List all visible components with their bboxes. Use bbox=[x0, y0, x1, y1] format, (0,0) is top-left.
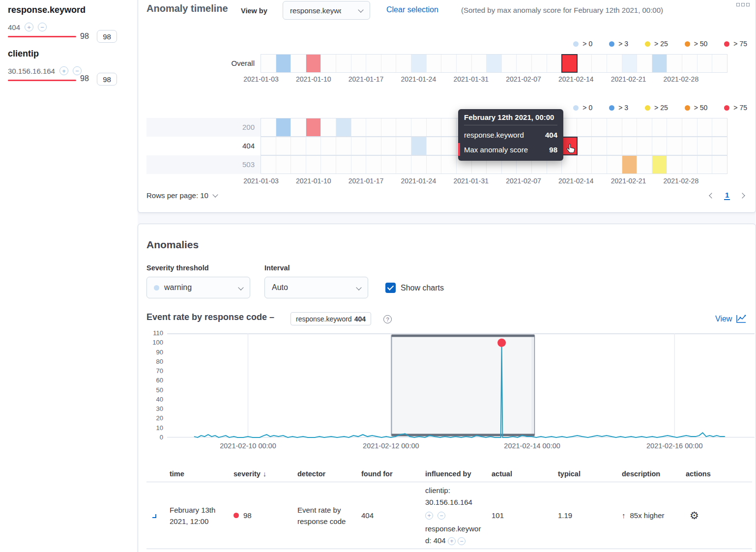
swimlane-cell[interactable] bbox=[652, 55, 668, 72]
swimlane-cell[interactable] bbox=[652, 118, 668, 136]
swimlane-cell[interactable] bbox=[712, 118, 727, 136]
interval-select[interactable]: Auto bbox=[264, 277, 368, 298]
column-header-detector[interactable]: detector bbox=[297, 470, 361, 478]
column-header-time[interactable]: time bbox=[170, 470, 233, 478]
add-filter-icon[interactable]: + bbox=[425, 512, 433, 520]
column-header-influenced-by[interactable]: influenced by bbox=[425, 470, 492, 478]
swimlane-cell[interactable] bbox=[411, 156, 427, 174]
swimlane-row-label[interactable]: 503 bbox=[146, 155, 261, 174]
swimlane-cell[interactable] bbox=[396, 156, 411, 174]
swimlane-cell[interactable] bbox=[622, 137, 638, 155]
swimlane-cell[interactable] bbox=[652, 156, 668, 174]
add-filter-icon[interactable]: + bbox=[59, 66, 68, 75]
swimlane-cell[interactable] bbox=[637, 55, 652, 72]
severity-threshold-select[interactable]: warning bbox=[146, 277, 250, 298]
swimlane-cell[interactable] bbox=[517, 55, 532, 72]
swimlane-cell[interactable] bbox=[622, 55, 638, 72]
swimlane-cell[interactable] bbox=[502, 55, 517, 72]
swimlane-cell[interactable] bbox=[712, 55, 727, 72]
swimlane-cell[interactable] bbox=[622, 156, 638, 174]
swimlane-cell[interactable] bbox=[366, 55, 381, 72]
swimlane-cell[interactable] bbox=[472, 55, 487, 72]
swimlane-cell[interactable] bbox=[336, 156, 351, 174]
rows-per-page-select[interactable]: Rows per page: 10 bbox=[146, 191, 217, 200]
swimlane-cell[interactable] bbox=[351, 55, 367, 72]
remove-filter-icon[interactable]: − bbox=[38, 23, 47, 31]
add-filter-icon[interactable]: + bbox=[25, 23, 33, 31]
swimlane-cell[interactable] bbox=[396, 55, 411, 72]
swimlane-cell[interactable] bbox=[261, 137, 276, 155]
swimlane-cell[interactable] bbox=[698, 137, 713, 155]
swimlane-cell[interactable] bbox=[607, 156, 622, 174]
swimlane-cell[interactable] bbox=[291, 55, 306, 72]
swimlane-cell[interactable] bbox=[291, 118, 306, 136]
swimlane-cell[interactable] bbox=[396, 137, 411, 155]
swimlane-cell[interactable] bbox=[457, 55, 472, 72]
swimlane-cell[interactable] bbox=[381, 55, 397, 72]
swimlane-cell[interactable] bbox=[562, 156, 577, 174]
swimlane-cell[interactable] bbox=[291, 156, 306, 174]
column-header-found-for[interactable]: found for bbox=[361, 470, 425, 478]
swimlane-cell[interactable] bbox=[336, 55, 351, 72]
swimlane-cell[interactable] bbox=[261, 156, 276, 174]
swimlane-cell[interactable] bbox=[336, 118, 351, 136]
swimlane-cell[interactable] bbox=[351, 137, 367, 155]
swimlane-cell[interactable] bbox=[637, 137, 652, 155]
swimlane-cell[interactable] bbox=[276, 156, 291, 174]
swimlane-cell[interactable] bbox=[441, 118, 457, 136]
swimlane-cell[interactable] bbox=[698, 55, 713, 72]
column-header-description[interactable]: description bbox=[622, 470, 686, 478]
swimlane-cell[interactable] bbox=[366, 118, 381, 136]
swimlane-cell[interactable] bbox=[667, 55, 682, 72]
swimlane-cell[interactable] bbox=[682, 55, 698, 72]
swimlane-cell[interactable] bbox=[276, 118, 291, 136]
swimlane-cell[interactable] bbox=[427, 55, 442, 72]
panel-options-icon[interactable] bbox=[736, 3, 750, 6]
swimlane-cell[interactable] bbox=[532, 55, 547, 72]
actions-gear-icon[interactable]: ⚙ bbox=[690, 510, 699, 521]
page-number[interactable]: 1 bbox=[724, 191, 730, 200]
clear-selection-button[interactable]: Clear selection bbox=[386, 5, 438, 14]
swimlane-cell[interactable] bbox=[712, 137, 727, 155]
swimlane-cell[interactable] bbox=[577, 55, 592, 72]
swimlane-cell[interactable] bbox=[411, 137, 427, 155]
swimlane-cell[interactable] bbox=[607, 118, 622, 136]
swimlane-cell[interactable] bbox=[261, 55, 276, 72]
swimlane-cell[interactable] bbox=[487, 55, 502, 72]
swimlane-cell[interactable] bbox=[321, 156, 336, 174]
swimlane-cell[interactable] bbox=[427, 118, 442, 136]
swimlane-cell[interactable] bbox=[381, 156, 397, 174]
column-header-severity[interactable]: severity↓ bbox=[233, 470, 297, 478]
swimlane-cell[interactable] bbox=[336, 137, 351, 155]
swimlane-cell[interactable] bbox=[637, 118, 652, 136]
swimlane-cell[interactable] bbox=[577, 137, 592, 155]
swimlane-cell[interactable] bbox=[306, 118, 321, 136]
swimlane-row-label[interactable]: 200 bbox=[146, 118, 261, 137]
swimlane-cell[interactable] bbox=[607, 137, 622, 155]
swimlane-cell[interactable] bbox=[547, 55, 562, 72]
swimlane-cell[interactable] bbox=[592, 137, 607, 155]
remove-filter-icon[interactable]: − bbox=[458, 537, 465, 545]
swimlane-cell[interactable] bbox=[261, 118, 276, 136]
view-link[interactable]: View bbox=[715, 314, 747, 324]
swimlane-cell[interactable] bbox=[411, 55, 427, 72]
swimlane-cell[interactable] bbox=[381, 137, 397, 155]
event-rate-chart[interactable] bbox=[167, 333, 755, 438]
influencer-value[interactable]: 404 bbox=[8, 23, 20, 31]
influencer-value[interactable]: 30.156.16.164 bbox=[8, 67, 55, 75]
swimlane-cell[interactable] bbox=[366, 137, 381, 155]
column-header-actual[interactable]: actual bbox=[492, 470, 558, 478]
swimlane-cell[interactable] bbox=[682, 156, 698, 174]
swimlane-cell[interactable] bbox=[698, 156, 713, 174]
view-by-select[interactable]: response.keyword bbox=[283, 1, 370, 20]
swimlane-cell[interactable] bbox=[652, 137, 668, 155]
swimlane-cell[interactable] bbox=[291, 137, 306, 155]
swimlane-cell[interactable] bbox=[276, 55, 291, 72]
swimlane-cell[interactable] bbox=[622, 118, 638, 136]
swimlane-cell[interactable] bbox=[351, 118, 367, 136]
swimlane-cell[interactable] bbox=[667, 156, 682, 174]
swimlane-cell[interactable] bbox=[592, 118, 607, 136]
swimlane-cell[interactable] bbox=[351, 156, 367, 174]
swimlane-cell[interactable] bbox=[607, 55, 622, 72]
swimlane-cell[interactable] bbox=[592, 55, 607, 72]
